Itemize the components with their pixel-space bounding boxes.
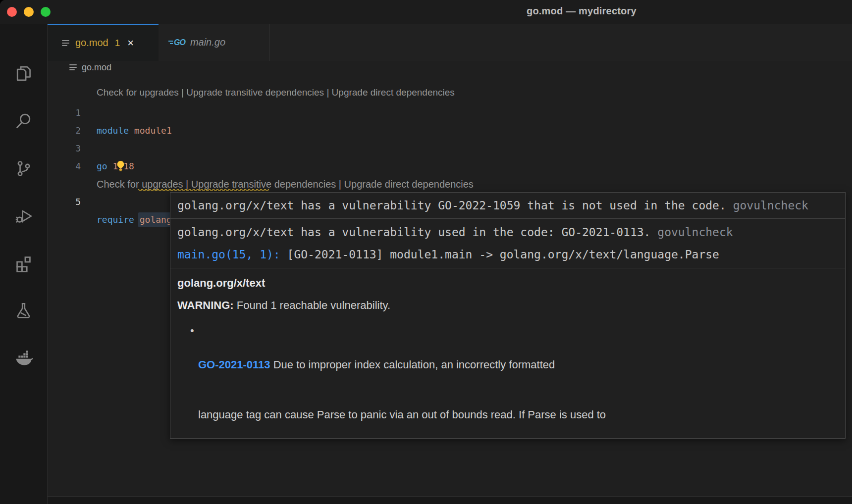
window-title: go.mod — mydirectory: [527, 5, 637, 17]
close-window-button[interactable]: [7, 7, 17, 17]
tab-label: go.mod: [75, 37, 108, 49]
search-icon[interactable]: [0, 103, 47, 139]
code-line-2: 2: [48, 104, 852, 122]
vulnerability-list-item: • GO-2021-0113 Due to improper index cal…: [177, 323, 838, 439]
vscode-window: go.mod — mydirectory: [0, 0, 852, 504]
zoom-window-button[interactable]: [41, 7, 51, 17]
go-mod-file-icon: [62, 40, 69, 46]
code-line-4: 4: [48, 140, 852, 157]
activity-bar: [0, 24, 48, 504]
go-mod-file-icon: [69, 64, 77, 70]
explorer-icon[interactable]: [0, 55, 47, 91]
tab-label: main.go: [190, 37, 225, 48]
vulnerability-id-link[interactable]: GO-2021-0113: [198, 358, 270, 371]
clipped-codelens-row: Check for upgrades | Upgrade transitive …: [48, 74, 852, 84]
tab-go-mod[interactable]: go.mod 1 ×: [48, 24, 159, 61]
package-name: golang.org/x/text: [177, 277, 838, 290]
diagnostic-2: golang.org/x/text has a vulnerability us…: [170, 218, 845, 268]
panel-edge[interactable]: [48, 496, 852, 504]
diagnostic-1: golang.org/x/text has a vulnerability GO…: [170, 193, 845, 218]
diagnostic-source: govulncheck: [657, 226, 733, 239]
diagnostic-source: govulncheck: [733, 199, 808, 212]
breadcrumb: go.mod: [48, 61, 852, 74]
breadcrumb-item-go-mod[interactable]: go.mod: [69, 62, 111, 73]
extensions-icon[interactable]: [0, 246, 47, 281]
source-control-icon[interactable]: [0, 151, 47, 186]
minimize-window-button[interactable]: [24, 7, 34, 17]
go-file-icon: GO: [168, 38, 185, 47]
codelens-row: Check for upgrades | Upgrade transitive …: [48, 157, 852, 175]
warning-squiggle: [138, 189, 269, 192]
problem-badge: 1: [115, 38, 120, 49]
hover-tooltip: golang.org/x/text has a vulnerability GO…: [170, 192, 846, 439]
tab-bar: go.mod 1 × GO main.go: [48, 24, 852, 61]
title-bar: go.mod — mydirectory: [0, 0, 852, 24]
warning-line: WARNING: Found 1 reachable vulnerability…: [177, 299, 838, 312]
docker-icon[interactable]: [0, 341, 47, 376]
tab-main-go[interactable]: GO main.go: [159, 24, 270, 61]
line-number: 5: [48, 193, 81, 211]
related-location-link[interactable]: main.go(15, 1):: [177, 248, 280, 261]
testing-icon[interactable]: [0, 292, 47, 328]
traffic-lights: [7, 7, 51, 17]
vulnerability-details: golang.org/x/text WARNING: Found 1 reach…: [170, 268, 845, 439]
bullet-marker: •: [190, 324, 194, 337]
code-line-3: 3 go 1.18: [48, 122, 852, 140]
run-and-debug-icon[interactable]: [0, 198, 47, 234]
close-tab-icon[interactable]: ×: [127, 38, 134, 48]
code-line-1: 1 module module1: [48, 86, 852, 104]
